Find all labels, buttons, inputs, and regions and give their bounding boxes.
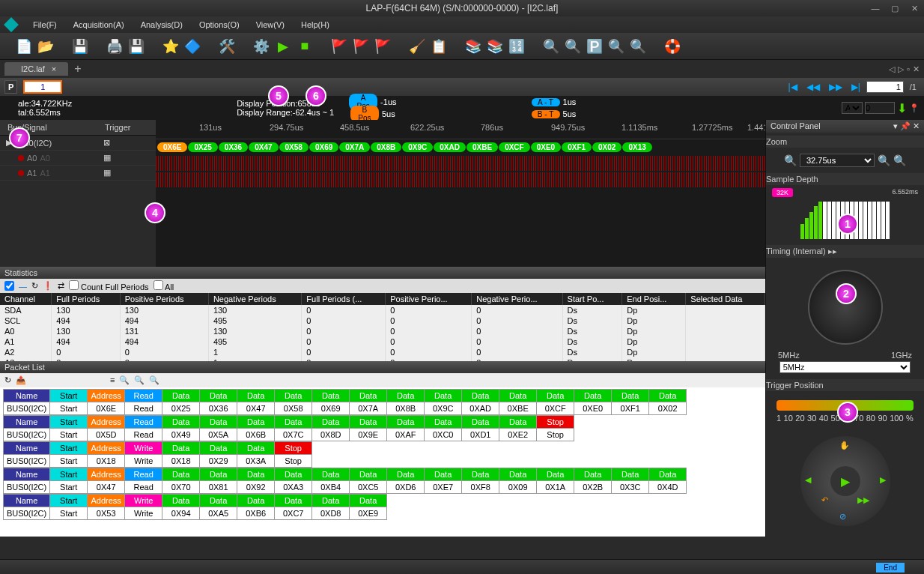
- stat-row[interactable]: A2001000DsDp: [0, 347, 765, 357]
- timing-dial[interactable]: [808, 270, 883, 345]
- nav-prev-icon[interactable]: ◀◀: [803, 82, 823, 92]
- pk-refresh-icon[interactable]: ↻: [4, 375, 11, 385]
- pk-find-prev-icon[interactable]: 🔍: [134, 375, 145, 385]
- stat-row[interactable]: SDA130130130000DsDp: [0, 305, 765, 315]
- tab-add-icon[interactable]: +: [70, 62, 85, 76]
- timing-label[interactable]: Timing (Internal) ▸▸: [766, 245, 924, 258]
- swap-icon[interactable]: ⇄: [58, 281, 64, 291]
- zoom-p-icon[interactable]: 🅿️: [586, 37, 604, 55]
- search-right-icon[interactable]: 🔍: [629, 37, 647, 55]
- play-icon[interactable]: ▶: [274, 37, 292, 55]
- menu-help[interactable]: Help(H): [294, 18, 337, 31]
- signal-a0[interactable]: A0 A0: [0, 151, 97, 166]
- print-icon[interactable]: 🖨️: [106, 37, 124, 55]
- trigger-a1[interactable]: ▦: [97, 166, 156, 181]
- count-full-periods-checkbox[interactable]: Count Full Periods: [69, 280, 149, 291]
- freq-select[interactable]: 5MHz: [779, 361, 911, 373]
- pk-search-icon[interactable]: 🔍: [119, 375, 130, 385]
- pk-list-icon[interactable]: ≡: [110, 375, 115, 385]
- cancel-icon[interactable]: ⊘: [839, 512, 846, 522]
- save-plus-icon[interactable]: 💾: [127, 37, 145, 55]
- menu-options[interactable]: Options(O): [192, 18, 247, 31]
- all-checkbox[interactable]: All: [154, 280, 174, 291]
- flag-b-icon[interactable]: 🚩: [374, 37, 392, 55]
- stop-icon[interactable]: ■: [296, 37, 314, 55]
- tools-icon[interactable]: 🛠️: [218, 37, 236, 55]
- zoom-fit-icon[interactable]: 🔍: [878, 154, 890, 166]
- nav-next-icon[interactable]: ▶▶: [826, 82, 845, 92]
- close-doc-icon[interactable]: ✕: [913, 64, 920, 74]
- ff-icon[interactable]: ▶▶: [857, 495, 869, 505]
- trigger-a0[interactable]: ▦: [97, 151, 156, 166]
- nav-left-icon[interactable]: ◀: [805, 475, 811, 485]
- eraser-icon[interactable]: 🧹: [408, 37, 426, 55]
- nav-last-icon[interactable]: ▶|: [848, 82, 863, 92]
- waveform-plot[interactable]: 131us 294.75us 458.5us 622.25us 786us 94…: [156, 120, 765, 267]
- cp-chevron-icon[interactable]: ▾ 📌 ✕: [893, 121, 920, 131]
- zoom-out-icon[interactable]: 🔍: [784, 154, 797, 166]
- nav-right-icon[interactable]: ▶: [880, 475, 886, 485]
- zoom-select[interactable]: 32.75us: [800, 154, 875, 167]
- trigger-bus0[interactable]: ⊠: [97, 136, 156, 151]
- minimize-icon[interactable]: —: [870, 3, 881, 13]
- flag-ab-icon[interactable]: 🚩: [352, 37, 370, 55]
- search-left-icon[interactable]: 🔍: [607, 37, 625, 55]
- nav-wheel[interactable]: ✋ ◀ ▶ ⊘ ↶ ▶▶ ▶: [800, 436, 890, 526]
- packet-row[interactable]: NameStartAddressWriteDataDataDataDataDat…: [3, 494, 387, 520]
- menu-acquisition[interactable]: Acquisition(A): [66, 18, 132, 31]
- nav-input[interactable]: [866, 81, 904, 93]
- play-center-icon[interactable]: ▶: [830, 466, 860, 496]
- open-icon[interactable]: 📂: [37, 37, 55, 55]
- signal-a1[interactable]: A1 A1: [0, 166, 97, 181]
- select-a[interactable]: A: [842, 102, 863, 114]
- packet-row[interactable]: NameStartAddressReadDataDataDataDataData…: [3, 389, 687, 415]
- tab-close-icon[interactable]: ×: [52, 64, 56, 73]
- flag-a-icon[interactable]: 🚩: [330, 37, 348, 55]
- zoom-out-icon[interactable]: 🔍: [564, 37, 582, 55]
- stat-row[interactable]: SCL494494495000DsDp: [0, 315, 765, 326]
- binary-icon[interactable]: 🔢: [508, 37, 526, 55]
- packet-body[interactable]: NameStartAddressReadDataDataDataDataData…: [0, 387, 765, 537]
- stack-icon[interactable]: 📚: [464, 37, 482, 55]
- counter-input[interactable]: 1: [23, 80, 62, 94]
- help-icon[interactable]: 🛟: [663, 37, 681, 55]
- zoom-in-icon[interactable]: 🔍: [893, 154, 906, 166]
- settings-gear-icon[interactable]: ⚙️: [252, 37, 270, 55]
- restore-icon[interactable]: ▫: [907, 64, 910, 74]
- packet-row[interactable]: NameStartAddressReadDataDataDataDataData…: [3, 415, 574, 441]
- tab-prev-icon[interactable]: ◁: [889, 64, 895, 74]
- tab-next-icon[interactable]: ▷: [898, 64, 904, 74]
- pk-export-icon[interactable]: 📤: [16, 375, 26, 385]
- info-icon[interactable]: ❗: [43, 281, 53, 291]
- at-pill[interactable]: A - T: [532, 98, 560, 106]
- stat-row[interactable]: A1494494495000DsDp: [0, 336, 765, 347]
- zoom-in-icon[interactable]: 🔍: [542, 37, 560, 55]
- display-range: Display Range:-62.4us ~ 1: [237, 108, 334, 117]
- new-file-icon[interactable]: 📄: [15, 37, 33, 55]
- close-icon[interactable]: ✕: [909, 3, 920, 13]
- bt-pill[interactable]: B - T: [532, 110, 560, 118]
- undo-icon[interactable]: ↶: [821, 495, 828, 505]
- marker-icon[interactable]: 📍: [909, 103, 920, 113]
- refresh-icon[interactable]: ↻: [31, 281, 38, 291]
- menu-analysis[interactable]: Analysis(D): [133, 18, 190, 31]
- wizard-icon[interactable]: 🔷: [183, 37, 201, 55]
- menu-file[interactable]: File(F): [25, 18, 64, 31]
- goto-input[interactable]: [865, 102, 895, 114]
- goto-down-icon[interactable]: ⬇: [897, 101, 907, 115]
- star-icon[interactable]: ⭐: [162, 37, 180, 55]
- stat-row[interactable]: A0130131130000DsDp: [0, 326, 765, 336]
- save-icon[interactable]: 💾: [71, 37, 89, 55]
- packet-row[interactable]: NameStartAddressReadDataDataDataDataData…: [3, 468, 687, 494]
- menu-view[interactable]: View(V): [249, 18, 292, 31]
- nav-first-icon[interactable]: |◀: [785, 82, 800, 92]
- hand-icon[interactable]: ✋: [839, 441, 850, 450]
- packet-row[interactable]: NameStartAddressWriteDataDataDataStopBUS…: [3, 441, 312, 468]
- minus-icon[interactable]: —: [19, 282, 27, 291]
- maximize-icon[interactable]: ▢: [890, 3, 900, 13]
- tab-i2c[interactable]: I2C.laf ×: [4, 62, 68, 76]
- stack2-icon[interactable]: 📚: [486, 37, 504, 55]
- copy-icon[interactable]: 📋: [430, 37, 448, 55]
- stat-check-icon[interactable]: [4, 281, 14, 291]
- pk-find-next-icon[interactable]: 🔍: [149, 375, 159, 385]
